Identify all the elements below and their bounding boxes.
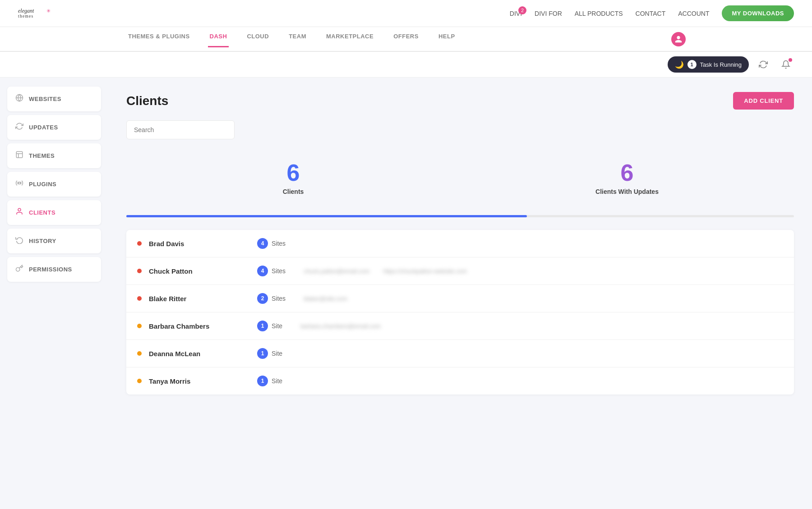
divi-badge: 2 <box>518 6 526 14</box>
client-name: Chuck Patton <box>149 267 248 275</box>
svg-text:elegant: elegant <box>18 8 34 14</box>
sites-label: Site <box>272 350 282 357</box>
clients-stat: 6 Clients <box>126 152 460 204</box>
main-content: Clients ADD CLIENT 6 Clients 6 Clients W… <box>108 78 812 483</box>
sites-badge: 1 Site <box>257 376 282 386</box>
clients-label: Clients <box>135 188 451 195</box>
client-email: blaker@site.com <box>304 295 347 302</box>
task-label: Task Is Running <box>700 61 742 68</box>
table-row[interactable]: Deanna McLean 1 Site <box>126 340 794 367</box>
main-layout: WEBSITES UPDATES THEMES PLUGINS CLIENTS <box>0 78 812 483</box>
client-meta: barbara.chambers@email.com <box>300 323 783 330</box>
divi-for-link[interactable]: DIVI FOR <box>535 10 562 17</box>
sidebar-item-label: HISTORY <box>29 238 56 244</box>
client-email: chuck.patton@email.com <box>304 268 369 275</box>
sites-badge: 4 Sites <box>257 238 286 249</box>
client-name: Deanna McLean <box>149 350 248 358</box>
client-list: Brad Davis 4 Sites Chuck Patton 4 Sites … <box>126 230 794 394</box>
sites-badge: 1 Site <box>257 348 282 359</box>
notifications-button[interactable] <box>778 56 794 73</box>
sidebar-item-themes[interactable]: THEMES <box>7 143 101 168</box>
themes-icon <box>15 151 23 161</box>
sites-count: 1 <box>257 376 268 386</box>
clients-updates-count: 6 <box>469 161 785 184</box>
account-link[interactable]: ACCOUNT <box>678 10 709 17</box>
task-count: 1 <box>687 60 697 69</box>
sidebar: WEBSITES UPDATES THEMES PLUGINS CLIENTS <box>0 78 108 483</box>
sites-label: Sites <box>272 267 286 275</box>
contact-link[interactable]: CONTACT <box>636 10 666 17</box>
sidebar-item-label: CLIENTS <box>29 209 55 216</box>
client-name: Brad Davis <box>149 240 248 248</box>
clients-updates-label: Clients With Updates <box>469 188 785 195</box>
table-row[interactable]: Tanya Morris 1 Site <box>126 367 794 394</box>
tab-themes-plugins[interactable]: THEMES & PLUGINS <box>126 33 192 47</box>
table-row[interactable]: Barbara Chambers 1 Site barbara.chambers… <box>126 312 794 340</box>
clients-updates-stat: 6 Clients With Updates <box>460 152 794 204</box>
sites-label: Site <box>272 377 282 385</box>
sidebar-item-label: THEMES <box>29 152 55 159</box>
client-meta: chuck.patton@email.com https://chuckpatt… <box>304 268 783 275</box>
progress-bar-container <box>126 215 794 217</box>
tab-dash[interactable]: DASH <box>208 33 229 47</box>
status-dot <box>137 351 142 356</box>
tab-cloud[interactable]: CLOUD <box>245 33 271 47</box>
sites-label: Sites <box>272 295 286 302</box>
sidebar-item-plugins[interactable]: PLUGINS <box>7 172 101 197</box>
svg-text:✳: ✳ <box>46 8 51 14</box>
refresh-icon <box>15 122 23 133</box>
status-dot <box>137 241 142 246</box>
refresh-button[interactable] <box>755 56 771 73</box>
divi-nav-item[interactable]: DIVI 2 <box>510 10 522 17</box>
client-name: Blake Ritter <box>149 295 248 303</box>
sites-label: Sites <box>272 240 286 247</box>
sidebar-item-label: PERMISSIONS <box>29 266 72 273</box>
sidebar-item-websites[interactable]: WEBSITES <box>7 87 101 111</box>
tab-marketplace[interactable]: MARKETPLACE <box>324 33 375 47</box>
stats-row: 6 Clients 6 Clients With Updates <box>126 152 794 204</box>
sidebar-item-history[interactable]: HISTORY <box>7 229 101 253</box>
sites-badge: 1 Site <box>257 321 282 331</box>
sites-count: 4 <box>257 266 268 276</box>
task-pill[interactable]: 🌙 1 Task Is Running <box>668 56 749 73</box>
sidebar-item-label: UPDATES <box>29 124 58 131</box>
top-nav: elegant themes ✳ DIVI 2 DIVI FOR ALL PRO… <box>0 0 812 27</box>
logo[interactable]: elegant themes ✳ <box>18 5 54 23</box>
client-email: barbara.chambers@email.com <box>300 323 381 330</box>
secondary-nav: THEMES & PLUGINS DASH CLOUD TEAM MARKETP… <box>0 27 812 52</box>
history-icon <box>15 236 23 246</box>
table-row[interactable]: Blake Ritter 2 Sites blaker@site.com <box>126 285 794 312</box>
table-row[interactable]: Chuck Patton 4 Sites chuck.patton@email.… <box>126 257 794 285</box>
sites-count: 1 <box>257 321 268 331</box>
globe-icon <box>15 94 23 104</box>
task-bar: 🌙 1 Task Is Running <box>0 52 812 78</box>
sidebar-item-updates[interactable]: UPDATES <box>7 115 101 140</box>
sidebar-item-label: WEBSITES <box>29 96 61 102</box>
table-row[interactable]: Brad Davis 4 Sites <box>126 230 794 257</box>
client-meta: blaker@site.com <box>304 295 783 302</box>
sites-badge: 2 Sites <box>257 293 286 304</box>
top-nav-links: DIVI 2 DIVI FOR ALL PRODUCTS CONTACT ACC… <box>510 5 794 21</box>
status-dot <box>137 379 142 383</box>
sidebar-item-label: PLUGINS <box>29 181 56 188</box>
status-dot <box>137 296 142 301</box>
search-input[interactable] <box>126 120 235 139</box>
svg-point-9 <box>18 208 21 211</box>
sidebar-item-permissions[interactable]: PERMISSIONS <box>7 257 101 282</box>
moon-icon: 🌙 <box>675 60 684 69</box>
add-client-button[interactable]: ADD CLIENT <box>733 92 794 110</box>
profile-avatar[interactable] <box>671 32 686 46</box>
clients-icon <box>15 207 23 218</box>
sites-count: 2 <box>257 293 268 304</box>
tab-help[interactable]: HELP <box>437 33 457 47</box>
my-downloads-button[interactable]: MY DOWNLOADS <box>722 5 794 21</box>
sidebar-item-clients[interactable]: CLIENTS <box>7 200 101 225</box>
tab-team[interactable]: TEAM <box>287 33 308 47</box>
page-title: Clients <box>126 94 168 108</box>
all-products-link[interactable]: ALL PRODUCTS <box>575 10 623 17</box>
tab-offers[interactable]: OFFERS <box>392 33 420 47</box>
status-dot <box>137 324 142 328</box>
plugins-icon <box>15 179 23 189</box>
svg-text:themes: themes <box>18 14 33 18</box>
sites-label: Site <box>272 322 282 330</box>
